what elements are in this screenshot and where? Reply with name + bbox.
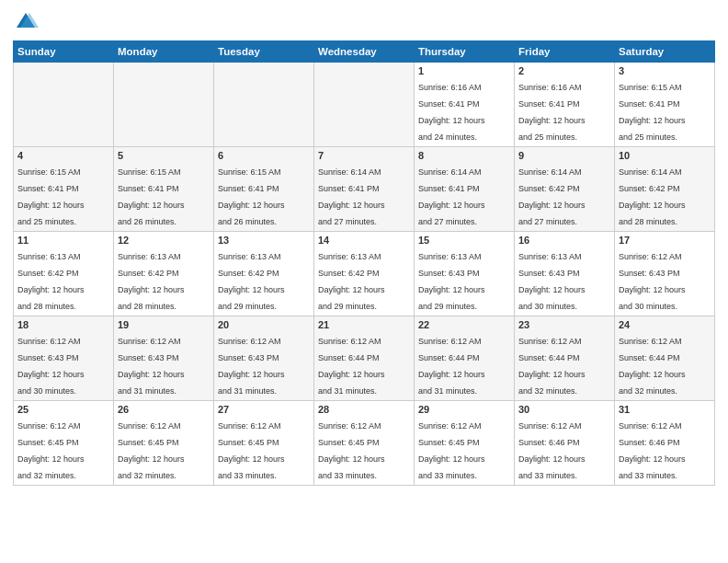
calendar-week-3: 11Sunrise: 6:13 AM Sunset: 6:42 PM Dayli… [14, 232, 715, 316]
day-info: Sunrise: 6:13 AM Sunset: 6:42 PM Dayligh… [318, 252, 385, 311]
calendar-cell: 23Sunrise: 6:12 AM Sunset: 6:44 PM Dayli… [515, 316, 615, 401]
calendar-cell: 7Sunrise: 6:14 AM Sunset: 6:41 PM Daylig… [314, 147, 415, 232]
day-number: 15 [418, 235, 510, 246]
calendar-cell: 30Sunrise: 6:12 AM Sunset: 6:46 PM Dayli… [515, 401, 615, 486]
day-info: Sunrise: 6:13 AM Sunset: 6:43 PM Dayligh… [518, 252, 586, 311]
day-info: Sunrise: 6:12 AM Sunset: 6:43 PM Dayligh… [218, 337, 285, 396]
day-number: 8 [418, 150, 510, 161]
day-number: 2 [518, 65, 610, 76]
calendar-cell: 31Sunrise: 6:12 AM Sunset: 6:46 PM Dayli… [615, 401, 715, 486]
calendar-cell: 13Sunrise: 6:13 AM Sunset: 6:42 PM Dayli… [214, 232, 314, 316]
calendar-table: SundayMondayTuesdayWednesdayThursdayFrid… [13, 40, 715, 486]
day-number: 18 [17, 319, 109, 330]
day-number: 6 [218, 150, 310, 161]
day-info: Sunrise: 6:12 AM Sunset: 6:44 PM Dayligh… [418, 337, 485, 396]
calendar-cell: 28Sunrise: 6:12 AM Sunset: 6:45 PM Dayli… [314, 401, 415, 486]
day-number: 22 [418, 319, 510, 330]
day-number: 28 [318, 404, 410, 415]
calendar-cell: 26Sunrise: 6:12 AM Sunset: 6:45 PM Dayli… [114, 401, 214, 486]
day-number: 30 [518, 404, 610, 415]
calendar-cell: 25Sunrise: 6:12 AM Sunset: 6:45 PM Dayli… [14, 401, 114, 486]
day-number: 13 [218, 235, 310, 246]
day-info: Sunrise: 6:12 AM Sunset: 6:43 PM Dayligh… [118, 337, 185, 396]
day-info: Sunrise: 6:15 AM Sunset: 6:41 PM Dayligh… [118, 167, 185, 226]
calendar-cell: 2Sunrise: 6:16 AM Sunset: 6:41 PM Daylig… [515, 63, 615, 147]
calendar-week-5: 25Sunrise: 6:12 AM Sunset: 6:45 PM Dayli… [14, 401, 715, 486]
day-number: 24 [619, 319, 711, 330]
day-number: 12 [118, 235, 210, 246]
logo-icon [13, 9, 39, 35]
day-info: Sunrise: 6:14 AM Sunset: 6:42 PM Dayligh… [518, 167, 586, 226]
calendar-cell: 21Sunrise: 6:12 AM Sunset: 6:44 PM Dayli… [314, 316, 415, 401]
calendar-week-2: 4Sunrise: 6:15 AM Sunset: 6:41 PM Daylig… [14, 147, 715, 232]
day-info: Sunrise: 6:12 AM Sunset: 6:46 PM Dayligh… [518, 421, 586, 480]
calendar-cell: 11Sunrise: 6:13 AM Sunset: 6:42 PM Dayli… [14, 232, 114, 316]
calendar-cell [214, 63, 314, 147]
calendar-cell: 15Sunrise: 6:13 AM Sunset: 6:43 PM Dayli… [415, 232, 515, 316]
day-info: Sunrise: 6:12 AM Sunset: 6:44 PM Dayligh… [619, 337, 686, 396]
calendar-cell: 19Sunrise: 6:12 AM Sunset: 6:43 PM Dayli… [114, 316, 214, 401]
header [13, 9, 715, 35]
day-number: 3 [619, 65, 711, 76]
day-info: Sunrise: 6:12 AM Sunset: 6:45 PM Dayligh… [418, 421, 485, 480]
calendar-cell: 3Sunrise: 6:15 AM Sunset: 6:41 PM Daylig… [615, 63, 715, 147]
day-info: Sunrise: 6:15 AM Sunset: 6:41 PM Dayligh… [619, 83, 686, 142]
day-info: Sunrise: 6:15 AM Sunset: 6:41 PM Dayligh… [17, 167, 85, 226]
calendar-cell: 6Sunrise: 6:15 AM Sunset: 6:41 PM Daylig… [214, 147, 314, 232]
logo [13, 9, 42, 35]
day-info: Sunrise: 6:13 AM Sunset: 6:43 PM Dayligh… [418, 252, 485, 311]
day-number: 7 [318, 150, 410, 161]
weekday-header-saturday: Saturday [615, 41, 715, 63]
weekday-header-sunday: Sunday [14, 41, 114, 63]
day-info: Sunrise: 6:14 AM Sunset: 6:41 PM Dayligh… [418, 167, 485, 226]
day-info: Sunrise: 6:12 AM Sunset: 6:43 PM Dayligh… [17, 337, 85, 396]
day-number: 19 [118, 319, 210, 330]
day-number: 11 [17, 235, 109, 246]
calendar-cell: 4Sunrise: 6:15 AM Sunset: 6:41 PM Daylig… [14, 147, 114, 232]
day-number: 5 [118, 150, 210, 161]
weekday-header-thursday: Thursday [415, 41, 515, 63]
calendar-cell: 18Sunrise: 6:12 AM Sunset: 6:43 PM Dayli… [14, 316, 114, 401]
day-number: 4 [17, 150, 109, 161]
weekday-header-row: SundayMondayTuesdayWednesdayThursdayFrid… [14, 41, 715, 63]
day-info: Sunrise: 6:12 AM Sunset: 6:45 PM Dayligh… [318, 421, 385, 480]
day-info: Sunrise: 6:12 AM Sunset: 6:44 PM Dayligh… [518, 337, 586, 396]
day-number: 27 [218, 404, 310, 415]
weekday-header-tuesday: Tuesday [214, 41, 314, 63]
day-info: Sunrise: 6:13 AM Sunset: 6:42 PM Dayligh… [218, 252, 285, 311]
day-info: Sunrise: 6:12 AM Sunset: 6:43 PM Dayligh… [619, 252, 686, 311]
day-info: Sunrise: 6:12 AM Sunset: 6:46 PM Dayligh… [619, 421, 686, 480]
day-number: 29 [418, 404, 510, 415]
calendar-cell: 1Sunrise: 6:16 AM Sunset: 6:41 PM Daylig… [415, 63, 515, 147]
weekday-header-monday: Monday [114, 41, 214, 63]
calendar-cell: 12Sunrise: 6:13 AM Sunset: 6:42 PM Dayli… [114, 232, 214, 316]
calendar-cell: 8Sunrise: 6:14 AM Sunset: 6:41 PM Daylig… [415, 147, 515, 232]
day-number: 25 [17, 404, 109, 415]
day-number: 10 [619, 150, 711, 161]
day-number: 31 [619, 404, 711, 415]
day-number: 1 [418, 65, 510, 76]
day-number: 17 [619, 235, 711, 246]
day-number: 9 [518, 150, 610, 161]
day-number: 20 [218, 319, 310, 330]
calendar-cell: 10Sunrise: 6:14 AM Sunset: 6:42 PM Dayli… [615, 147, 715, 232]
calendar-cell: 29Sunrise: 6:12 AM Sunset: 6:45 PM Dayli… [415, 401, 515, 486]
calendar-cell [114, 63, 214, 147]
page: SundayMondayTuesdayWednesdayThursdayFrid… [0, 0, 728, 563]
day-number: 14 [318, 235, 410, 246]
day-info: Sunrise: 6:14 AM Sunset: 6:42 PM Dayligh… [619, 167, 686, 226]
day-number: 23 [518, 319, 610, 330]
calendar-cell: 5Sunrise: 6:15 AM Sunset: 6:41 PM Daylig… [114, 147, 214, 232]
day-info: Sunrise: 6:12 AM Sunset: 6:45 PM Dayligh… [118, 421, 185, 480]
calendar-cell [14, 63, 114, 147]
day-info: Sunrise: 6:12 AM Sunset: 6:45 PM Dayligh… [17, 421, 85, 480]
calendar-cell: 9Sunrise: 6:14 AM Sunset: 6:42 PM Daylig… [515, 147, 615, 232]
calendar-week-4: 18Sunrise: 6:12 AM Sunset: 6:43 PM Dayli… [14, 316, 715, 401]
calendar-cell: 14Sunrise: 6:13 AM Sunset: 6:42 PM Dayli… [314, 232, 415, 316]
day-info: Sunrise: 6:16 AM Sunset: 6:41 PM Dayligh… [518, 83, 586, 142]
day-number: 16 [518, 235, 610, 246]
day-info: Sunrise: 6:14 AM Sunset: 6:41 PM Dayligh… [318, 167, 385, 226]
calendar-cell: 22Sunrise: 6:12 AM Sunset: 6:44 PM Dayli… [415, 316, 515, 401]
day-info: Sunrise: 6:12 AM Sunset: 6:45 PM Dayligh… [218, 421, 285, 480]
calendar-cell [314, 63, 415, 147]
